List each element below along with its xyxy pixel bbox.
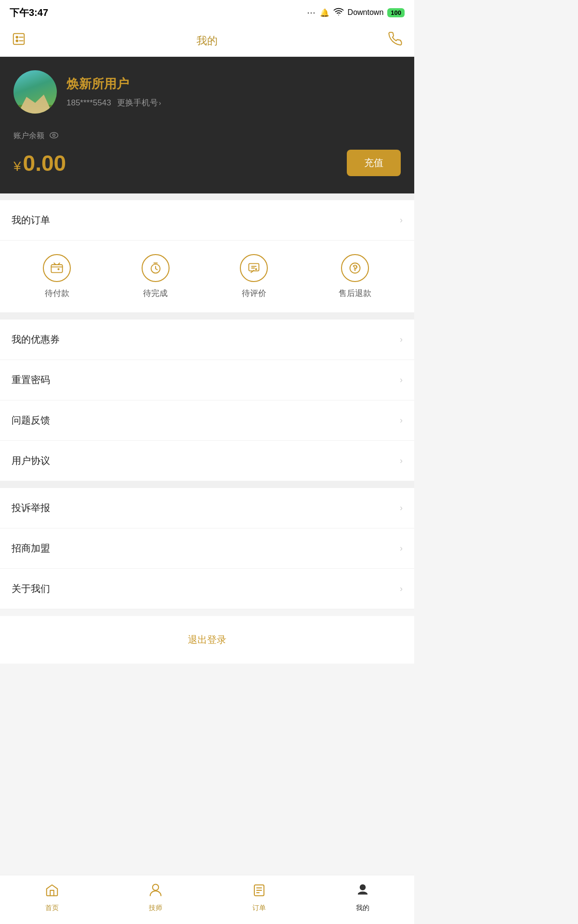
menu-label-0: 我的优惠券 — [12, 333, 60, 346]
profile-phone-row: 185****5543 更换手机号 › — [66, 97, 161, 108]
menu-label-2: 问题反馈 — [12, 414, 50, 427]
order-icons-row: 待付款 待完成 待评价 ¥ — [0, 241, 414, 313]
menu-chevron-icon-4: › — [400, 503, 403, 513]
my-orders-row[interactable]: 我的订单 › — [0, 200, 414, 241]
menu-item-3[interactable]: 用户协议› — [0, 441, 414, 481]
status-bar: 下午3:47 ··· 🔔 Downtown 100 — [0, 0, 414, 25]
phone-icon[interactable] — [388, 32, 403, 50]
menu-label-4: 投诉举报 — [12, 501, 50, 514]
profile-nav-icon — [355, 883, 370, 901]
order-pending-completion[interactable]: 待完成 — [142, 254, 170, 299]
signal-icon: ··· — [307, 8, 316, 18]
section-divider-menu-3 — [0, 481, 414, 488]
menu-chevron-icon-2: › — [400, 415, 403, 425]
change-phone-button[interactable]: 更换手机号 › — [117, 97, 161, 108]
home-nav-label: 首页 — [45, 904, 59, 912]
section-divider-1 — [0, 193, 414, 200]
order-settings-icon[interactable] — [12, 32, 26, 50]
menu-chevron-icon-1: › — [400, 375, 403, 385]
svg-rect-7 — [52, 265, 63, 272]
balance-amount: ¥0.00 — [13, 150, 66, 176]
orders-nav-label: 订单 — [252, 904, 266, 912]
wallet-icon — [43, 254, 71, 282]
order-pending-payment[interactable]: 待付款 — [43, 254, 71, 299]
bottom-nav-orders[interactable]: 订单 — [240, 883, 278, 912]
bell-icon: 🔔 — [320, 8, 329, 17]
refund-icon: ¥ — [341, 254, 369, 282]
battery-indicator: 100 — [387, 8, 405, 17]
technician-icon — [148, 883, 163, 901]
status-time: 下午3:47 — [10, 6, 48, 19]
menu-label-5: 招商加盟 — [12, 542, 50, 555]
balance-section: 账户余额 ¥0.00 充值 — [13, 131, 401, 176]
bottom-nav-technician[interactable]: 技师 — [136, 883, 175, 912]
network-name: Downtown — [348, 8, 384, 17]
svg-rect-9 — [249, 264, 259, 271]
svg-point-6 — [53, 134, 55, 136]
chevron-right-icon: › — [159, 99, 161, 107]
svg-point-10 — [256, 269, 257, 270]
pending-completion-label: 待完成 — [143, 288, 168, 299]
bottom-nav-profile[interactable]: 我的 — [343, 883, 382, 912]
balance-row: ¥0.00 充值 — [13, 150, 401, 176]
logout-section: 退出登录 — [0, 616, 414, 664]
my-orders-label: 我的订单 — [12, 214, 50, 227]
pending-review-label: 待评价 — [242, 288, 266, 299]
profile-phone: 185****5543 — [66, 98, 111, 108]
page-title: 我的 — [197, 34, 218, 48]
order-aftersale-refund[interactable]: ¥ 售后退款 — [339, 254, 371, 299]
aftersale-refund-label: 售后退款 — [339, 288, 371, 299]
top-nav: 我的 — [0, 25, 414, 57]
bottom-nav-home[interactable]: 首页 — [33, 883, 71, 912]
menu-item-0[interactable]: 我的优惠券› — [0, 320, 414, 360]
comment-icon — [240, 254, 268, 282]
menu-label-1: 重置密码 — [12, 373, 50, 386]
menu-label-3: 用户协议 — [12, 454, 50, 467]
menu-item-6[interactable]: 关于我们› — [0, 569, 414, 609]
menu-chevron-icon-3: › — [400, 456, 403, 466]
menu-chevron-icon-5: › — [400, 543, 403, 553]
menu-item-2[interactable]: 问题反馈› — [0, 400, 414, 441]
wifi-icon — [333, 6, 344, 19]
eye-icon[interactable] — [49, 132, 59, 141]
section-divider-2 — [0, 313, 414, 320]
clock-icon — [142, 254, 170, 282]
balance-label: 账户余额 — [13, 131, 401, 141]
menu-item-4[interactable]: 投诉举报› — [0, 488, 414, 528]
profile-info: 焕新所用户 185****5543 更换手机号 › — [66, 76, 161, 108]
pending-payment-label: 待付款 — [45, 288, 69, 299]
profile-name: 焕新所用户 — [66, 76, 161, 92]
status-right: ··· 🔔 Downtown 100 — [307, 6, 405, 19]
order-pending-review[interactable]: 待评价 — [240, 254, 268, 299]
menu-item-1[interactable]: 重置密码› — [0, 360, 414, 400]
menu-chevron-icon-0: › — [400, 334, 403, 345]
bottom-nav: 首页 技师 订单 我的 — [0, 875, 414, 924]
technician-nav-label: 技师 — [149, 904, 162, 912]
svg-point-1 — [16, 36, 18, 38]
profile-nav-label: 我的 — [356, 904, 369, 912]
currency-symbol: ¥ — [13, 159, 21, 174]
svg-rect-0 — [13, 34, 25, 45]
menu-label-6: 关于我们 — [12, 582, 50, 595]
home-icon — [45, 883, 59, 901]
orders-nav-icon — [252, 883, 266, 901]
avatar[interactable] — [13, 70, 57, 114]
svg-point-3 — [16, 40, 18, 42]
profile-top: 焕新所用户 185****5543 更换手机号 › — [13, 70, 401, 114]
profile-card: 焕新所用户 185****5543 更换手机号 › 账户余额 ¥0.00 — [0, 57, 414, 193]
menu-item-5[interactable]: 招商加盟› — [0, 528, 414, 569]
svg-point-5 — [50, 132, 58, 138]
my-orders-chevron-icon: › — [400, 215, 403, 225]
menu-chevron-icon-6: › — [400, 584, 403, 594]
logout-button[interactable]: 退出登录 — [188, 634, 226, 645]
menu-list: 我的优惠券›重置密码›问题反馈›用户协议›投诉举报›招商加盟›关于我们› — [0, 320, 414, 609]
recharge-button[interactable]: 充值 — [347, 150, 401, 176]
